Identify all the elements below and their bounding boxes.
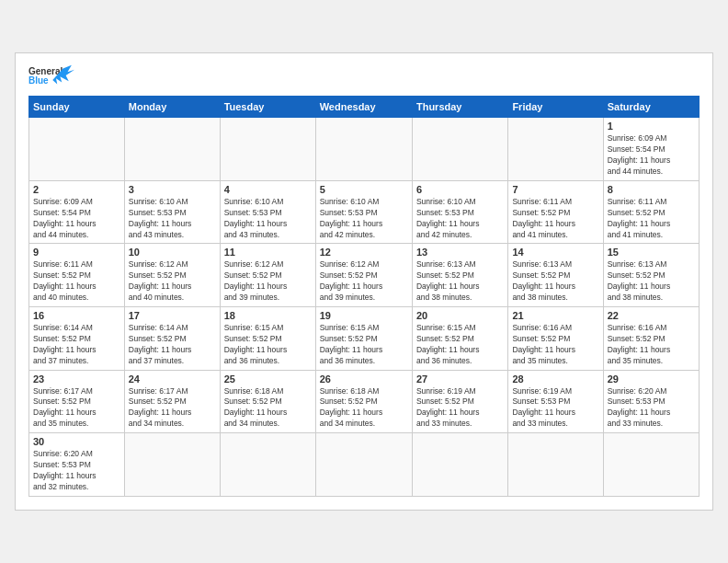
day-info: Sunrise: 6:11 AM Sunset: 5:52 PM Dayligh… xyxy=(33,259,120,304)
empty-cell xyxy=(124,433,220,497)
day-cell-22: 22Sunrise: 6:16 AM Sunset: 5:52 PM Dayli… xyxy=(603,307,699,371)
day-info: Sunrise: 6:12 AM Sunset: 5:52 PM Dayligh… xyxy=(224,259,312,304)
day-cell-15: 15Sunrise: 6:13 AM Sunset: 5:52 PM Dayli… xyxy=(603,244,699,307)
day-cell-14: 14Sunrise: 6:13 AM Sunset: 5:52 PM Dayli… xyxy=(508,244,603,307)
empty-cell xyxy=(412,118,507,181)
day-number: 9 xyxy=(33,247,120,258)
day-number: 30 xyxy=(33,436,120,447)
day-number: 15 xyxy=(608,247,695,258)
day-cell-10: 10Sunrise: 6:12 AM Sunset: 5:52 PM Dayli… xyxy=(124,244,220,307)
weekday-header-row: SundayMondayTuesdayWednesdayThursdayFrid… xyxy=(29,97,700,118)
day-cell-17: 17Sunrise: 6:14 AM Sunset: 5:52 PM Dayli… xyxy=(124,307,220,371)
day-number: 28 xyxy=(512,373,598,385)
day-number: 18 xyxy=(224,310,312,321)
day-info: Sunrise: 6:15 AM Sunset: 5:52 PM Dayligh… xyxy=(416,323,504,367)
day-info: Sunrise: 6:15 AM Sunset: 5:52 PM Dayligh… xyxy=(320,323,408,367)
day-info: Sunrise: 6:20 AM Sunset: 5:53 PM Dayligh… xyxy=(608,386,695,431)
calendar-row-1: 2Sunrise: 6:09 AM Sunset: 5:54 PM Daylig… xyxy=(29,180,700,244)
day-cell-20: 20Sunrise: 6:15 AM Sunset: 5:52 PM Dayli… xyxy=(412,307,507,371)
day-info: Sunrise: 6:17 AM Sunset: 5:52 PM Dayligh… xyxy=(33,386,120,431)
calendar-row-2: 9Sunrise: 6:11 AM Sunset: 5:52 PM Daylig… xyxy=(29,244,700,307)
logo-icon: General Blue xyxy=(28,63,74,88)
day-number: 10 xyxy=(129,247,216,258)
empty-cell xyxy=(412,433,507,497)
day-info: Sunrise: 6:10 AM Sunset: 5:53 PM Dayligh… xyxy=(224,197,312,241)
empty-cell xyxy=(315,433,412,497)
weekday-header-thursday: Thursday xyxy=(412,97,507,118)
calendar-row-4: 23Sunrise: 6:17 AM Sunset: 5:52 PM Dayli… xyxy=(29,370,700,433)
day-info: Sunrise: 6:14 AM Sunset: 5:52 PM Dayligh… xyxy=(129,323,216,367)
day-info: Sunrise: 6:16 AM Sunset: 5:52 PM Dayligh… xyxy=(608,323,695,367)
day-number: 14 xyxy=(512,247,598,258)
day-number: 22 xyxy=(608,310,695,321)
day-cell-1: 1Sunrise: 6:09 AM Sunset: 5:54 PM Daylig… xyxy=(603,118,699,181)
day-number: 23 xyxy=(33,373,120,385)
day-number: 21 xyxy=(512,310,598,321)
day-info: Sunrise: 6:17 AM Sunset: 5:52 PM Dayligh… xyxy=(129,386,216,431)
day-cell-8: 8Sunrise: 6:11 AM Sunset: 5:52 PM Daylig… xyxy=(603,180,699,244)
calendar-header: General Blue xyxy=(28,63,700,88)
day-info: Sunrise: 6:09 AM Sunset: 5:54 PM Dayligh… xyxy=(608,133,695,178)
day-number: 19 xyxy=(320,310,408,321)
day-cell-25: 25Sunrise: 6:18 AM Sunset: 5:52 PM Dayli… xyxy=(220,370,315,433)
day-number: 16 xyxy=(33,310,120,321)
day-number: 1 xyxy=(608,121,695,132)
weekday-header-friday: Friday xyxy=(508,97,603,118)
day-info: Sunrise: 6:18 AM Sunset: 5:52 PM Dayligh… xyxy=(320,386,408,431)
day-info: Sunrise: 6:09 AM Sunset: 5:54 PM Dayligh… xyxy=(33,197,120,241)
day-cell-18: 18Sunrise: 6:15 AM Sunset: 5:52 PM Dayli… xyxy=(220,307,315,371)
day-info: Sunrise: 6:15 AM Sunset: 5:52 PM Dayligh… xyxy=(224,323,312,367)
day-number: 25 xyxy=(224,373,312,385)
day-number: 8 xyxy=(608,184,695,195)
day-info: Sunrise: 6:11 AM Sunset: 5:52 PM Dayligh… xyxy=(512,197,598,241)
empty-cell xyxy=(220,433,315,497)
weekday-header-wednesday: Wednesday xyxy=(315,97,412,118)
day-number: 17 xyxy=(129,310,216,321)
day-number: 13 xyxy=(416,247,504,258)
day-cell-27: 27Sunrise: 6:19 AM Sunset: 5:52 PM Dayli… xyxy=(412,370,507,433)
day-cell-26: 26Sunrise: 6:18 AM Sunset: 5:52 PM Dayli… xyxy=(315,370,412,433)
calendar-table: SundayMondayTuesdayWednesdayThursdayFrid… xyxy=(28,96,700,496)
calendar-container: General Blue SundayMondayTuesdayWednesda… xyxy=(15,52,713,510)
calendar-row-5: 30Sunrise: 6:20 AM Sunset: 5:53 PM Dayli… xyxy=(29,433,700,497)
day-cell-29: 29Sunrise: 6:20 AM Sunset: 5:53 PM Dayli… xyxy=(603,370,699,433)
day-info: Sunrise: 6:11 AM Sunset: 5:52 PM Dayligh… xyxy=(608,197,695,241)
calendar-row-3: 16Sunrise: 6:14 AM Sunset: 5:52 PM Dayli… xyxy=(29,307,700,371)
day-number: 4 xyxy=(224,184,312,195)
day-cell-30: 30Sunrise: 6:20 AM Sunset: 5:53 PM Dayli… xyxy=(29,433,125,497)
empty-cell xyxy=(315,118,412,181)
day-cell-6: 6Sunrise: 6:10 AM Sunset: 5:53 PM Daylig… xyxy=(412,180,507,244)
day-number: 12 xyxy=(320,247,408,258)
day-number: 6 xyxy=(416,184,504,195)
day-info: Sunrise: 6:10 AM Sunset: 5:53 PM Dayligh… xyxy=(320,197,408,241)
day-number: 20 xyxy=(416,310,504,321)
day-cell-3: 3Sunrise: 6:10 AM Sunset: 5:53 PM Daylig… xyxy=(124,180,220,244)
day-info: Sunrise: 6:13 AM Sunset: 5:52 PM Dayligh… xyxy=(512,259,598,304)
day-number: 11 xyxy=(224,247,312,258)
day-info: Sunrise: 6:12 AM Sunset: 5:52 PM Dayligh… xyxy=(320,259,408,304)
weekday-header-sunday: Sunday xyxy=(29,97,125,118)
empty-cell xyxy=(220,118,315,181)
day-info: Sunrise: 6:19 AM Sunset: 5:52 PM Dayligh… xyxy=(416,386,504,431)
empty-cell xyxy=(508,118,603,181)
day-number: 2 xyxy=(33,184,120,195)
day-cell-13: 13Sunrise: 6:13 AM Sunset: 5:52 PM Dayli… xyxy=(412,244,507,307)
day-cell-4: 4Sunrise: 6:10 AM Sunset: 5:53 PM Daylig… xyxy=(220,180,315,244)
day-info: Sunrise: 6:18 AM Sunset: 5:52 PM Dayligh… xyxy=(224,386,312,431)
day-number: 7 xyxy=(512,184,598,195)
day-info: Sunrise: 6:16 AM Sunset: 5:52 PM Dayligh… xyxy=(512,323,598,367)
day-info: Sunrise: 6:12 AM Sunset: 5:52 PM Dayligh… xyxy=(129,259,216,304)
day-number: 27 xyxy=(416,373,504,385)
day-cell-16: 16Sunrise: 6:14 AM Sunset: 5:52 PM Dayli… xyxy=(29,307,125,371)
day-number: 26 xyxy=(320,373,408,385)
day-cell-24: 24Sunrise: 6:17 AM Sunset: 5:52 PM Dayli… xyxy=(124,370,220,433)
day-info: Sunrise: 6:14 AM Sunset: 5:52 PM Dayligh… xyxy=(33,323,120,367)
day-cell-23: 23Sunrise: 6:17 AM Sunset: 5:52 PM Dayli… xyxy=(29,370,125,433)
day-cell-21: 21Sunrise: 6:16 AM Sunset: 5:52 PM Dayli… xyxy=(508,307,603,371)
day-cell-7: 7Sunrise: 6:11 AM Sunset: 5:52 PM Daylig… xyxy=(508,180,603,244)
day-info: Sunrise: 6:13 AM Sunset: 5:52 PM Dayligh… xyxy=(608,259,695,304)
day-cell-2: 2Sunrise: 6:09 AM Sunset: 5:54 PM Daylig… xyxy=(29,180,125,244)
weekday-header-tuesday: Tuesday xyxy=(220,97,315,118)
day-number: 24 xyxy=(129,373,216,385)
empty-cell xyxy=(29,118,125,181)
